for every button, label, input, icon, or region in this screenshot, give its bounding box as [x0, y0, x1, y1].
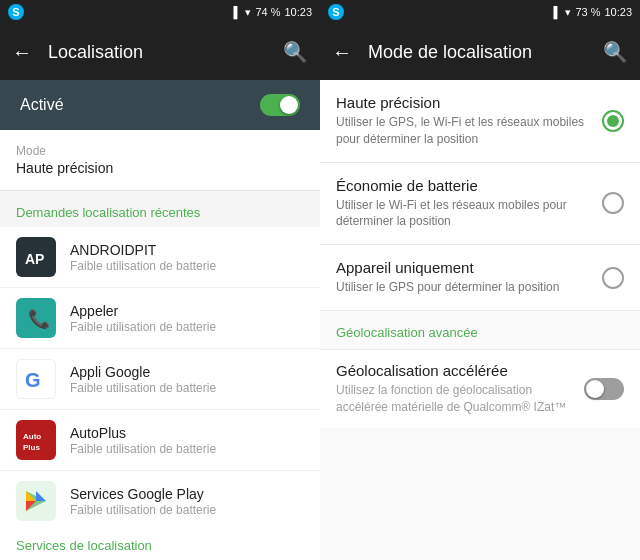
mode-label: Mode	[16, 144, 304, 158]
accel-title: Géolocalisation accélérée	[336, 362, 572, 379]
accel-row[interactable]: Géolocalisation accélérée Utilisez la fo…	[320, 349, 640, 428]
advanced-header-text: Géolocalisation avancée	[336, 325, 478, 340]
recent-header-text: Demandes localisation récentes	[16, 205, 200, 220]
app-icon-androidpit: AP	[16, 237, 56, 277]
app-name: AutoPlus	[70, 425, 304, 441]
app-info: Appeler Faible utilisation de batterie	[70, 303, 304, 334]
mode-value: Haute précision	[16, 160, 304, 176]
status-right: ▌ ▾ 74 % 10:23	[234, 6, 312, 19]
left-panel: S ▌ ▾ 74 % 10:23 ← Localisation 🔍 Activé…	[0, 0, 320, 560]
app-sub: Faible utilisation de batterie	[70, 320, 304, 334]
active-row: Activé	[0, 80, 320, 130]
radio-list: Haute précision Utiliser le GPS, le Wi-F…	[320, 80, 640, 560]
radio-desc-device: Utiliser le GPS pour déterminer la posit…	[336, 279, 590, 296]
svg-text:Plus: Plus	[23, 443, 40, 452]
skype-icon: S	[328, 4, 344, 20]
skype-icon: S	[8, 4, 24, 20]
list-item[interactable]: 📞 Appeler Faible utilisation de batterie	[0, 288, 320, 349]
status-left: S	[8, 4, 24, 20]
right-toolbar: ← Mode de localisation 🔍	[320, 24, 640, 80]
radio-button-haute[interactable]	[602, 110, 624, 132]
left-title: Localisation	[48, 42, 267, 63]
app-info: AutoPlus Faible utilisation de batterie	[70, 425, 304, 456]
status-left: S	[328, 4, 344, 20]
app-name: ANDROIDPIT	[70, 242, 304, 258]
radio-button-device[interactable]	[602, 267, 624, 289]
left-back-button[interactable]: ←	[12, 41, 32, 64]
recent-header: Demandes localisation récentes	[0, 191, 320, 227]
signal-icon: ▌	[234, 6, 242, 18]
radio-title-haute: Haute précision	[336, 94, 590, 111]
right-status-bar: S ▌ ▾ 73 % 10:23	[320, 0, 640, 24]
radio-item-economy[interactable]: Économie de batterie Utiliser le Wi-Fi e…	[320, 163, 640, 246]
list-item[interactable]: G Appli Google Faible utilisation de bat…	[0, 349, 320, 410]
radio-title-device: Appareil uniquement	[336, 259, 590, 276]
app-icon-phone: 📞	[16, 298, 56, 338]
advanced-header: Géolocalisation avancée	[320, 311, 640, 349]
svg-text:AP: AP	[25, 251, 44, 267]
left-status-bar: S ▌ ▾ 74 % 10:23	[0, 0, 320, 24]
right-panel: S ▌ ▾ 73 % 10:23 ← Mode de localisation …	[320, 0, 640, 560]
radio-button-economy[interactable]	[602, 192, 624, 214]
status-right: ▌ ▾ 73 % 10:23	[554, 6, 632, 19]
app-icon-play	[16, 481, 56, 521]
app-icon-google: G	[16, 359, 56, 399]
accel-desc: Utilisez la fonction de géolocalisation …	[336, 382, 572, 416]
app-sub: Faible utilisation de batterie	[70, 442, 304, 456]
radio-text: Haute précision Utiliser le GPS, le Wi-F…	[336, 94, 590, 148]
wifi-icon: ▾	[245, 6, 251, 19]
wifi-icon: ▾	[565, 6, 571, 19]
mode-section[interactable]: Mode Haute précision	[0, 130, 320, 191]
radio-title-economy: Économie de batterie	[336, 177, 590, 194]
radio-text: Appareil uniquement Utiliser le GPS pour…	[336, 259, 590, 296]
accel-toggle[interactable]	[584, 378, 624, 400]
radio-item-device[interactable]: Appareil uniquement Utiliser le GPS pour…	[320, 245, 640, 311]
right-title: Mode de localisation	[368, 42, 587, 63]
battery-icon: 73 %	[575, 6, 600, 18]
svg-text:G: G	[25, 369, 41, 391]
app-sub: Faible utilisation de batterie	[70, 503, 304, 517]
time-right: 10:23	[604, 6, 632, 18]
accel-text: Géolocalisation accélérée Utilisez la fo…	[336, 362, 572, 416]
app-sub: Faible utilisation de batterie	[70, 259, 304, 273]
list-item[interactable]: AP ANDROIDPIT Faible utilisation de batt…	[0, 227, 320, 288]
app-info: Services Google Play Faible utilisation …	[70, 486, 304, 517]
signal-icon: ▌	[554, 6, 562, 18]
radio-desc-economy: Utiliser le Wi-Fi et les réseaux mobiles…	[336, 197, 590, 231]
radio-text: Économie de batterie Utiliser le Wi-Fi e…	[336, 177, 590, 231]
active-label: Activé	[20, 96, 64, 114]
radio-desc-haute: Utiliser le GPS, le Wi-Fi et les réseaux…	[336, 114, 590, 148]
svg-text:📞: 📞	[28, 308, 51, 330]
radio-item-haute[interactable]: Haute précision Utiliser le GPS, le Wi-F…	[320, 80, 640, 163]
app-info: Appli Google Faible utilisation de batte…	[70, 364, 304, 395]
left-toolbar: ← Localisation 🔍	[0, 24, 320, 80]
app-name: Services Google Play	[70, 486, 304, 502]
svg-text:Auto: Auto	[23, 432, 41, 441]
app-name: Appeler	[70, 303, 304, 319]
app-sub: Faible utilisation de batterie	[70, 381, 304, 395]
list-item[interactable]: Auto Plus AutoPlus Faible utilisation de…	[0, 410, 320, 471]
right-search-button[interactable]: 🔍	[603, 40, 628, 64]
time-left: 10:23	[284, 6, 312, 18]
app-icon-autoplus: Auto Plus	[16, 420, 56, 460]
battery-icon: 74 %	[255, 6, 280, 18]
active-toggle[interactable]	[260, 94, 300, 116]
app-info: ANDROIDPIT Faible utilisation de batteri…	[70, 242, 304, 273]
app-name: Appli Google	[70, 364, 304, 380]
list-item[interactable]: Services Google Play Faible utilisation …	[0, 471, 320, 526]
left-search-button[interactable]: 🔍	[283, 40, 308, 64]
right-back-button[interactable]: ←	[332, 41, 352, 64]
app-list: AP ANDROIDPIT Faible utilisation de batt…	[0, 227, 320, 526]
services-header: Services de localisation	[0, 526, 320, 560]
services-header-text: Services de localisation	[16, 538, 152, 553]
